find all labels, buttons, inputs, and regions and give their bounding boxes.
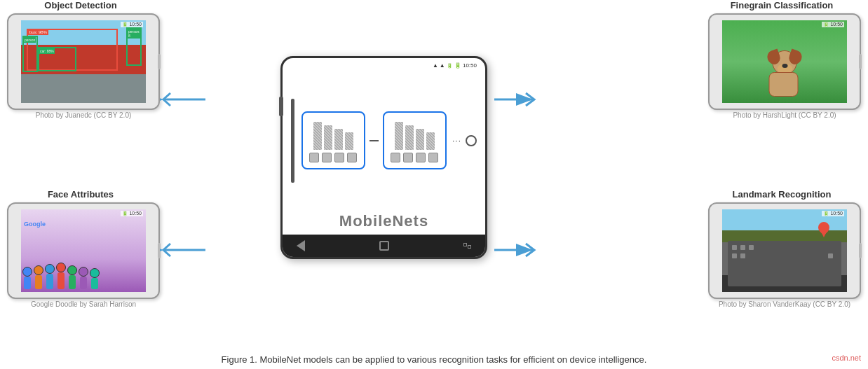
lm-power-button (859, 243, 862, 258)
landmark-section: Landmark Recognition 🔋 10:50 (708, 189, 861, 307)
object-detection-title: Object Detection (7, 0, 154, 11)
tablet-status-bar: ▲▲ 🔋 🔋 10:50 (433, 62, 477, 69)
power-button (158, 54, 161, 69)
person-left-label: person (24, 37, 36, 43)
nav-recent-btn[interactable] (463, 243, 471, 249)
lm-photo-credit: Photo by Sharon VanderKaay (CC BY 2.0) (708, 300, 861, 308)
tablet-side-button (279, 97, 283, 116)
car-label: car: 88% (39, 48, 55, 54)
dw-boxes (309, 153, 357, 162)
diagram-separator (291, 99, 294, 183)
pw-boxes (391, 153, 438, 162)
finegrain-section: Finegrain Classification 🔋 10:50 (708, 0, 861, 118)
fg-power-button (859, 54, 862, 69)
diagram-circle (466, 135, 477, 146)
finegrain-phone: 🔋 10:50 (708, 13, 861, 110)
fg-status-bar: 🔋 10:50 (822, 22, 844, 27)
face-characters (22, 263, 144, 289)
dog-silhouette (762, 47, 808, 99)
fg-photo-credit: Photo by HarshLight (CC BY 2.0) (708, 111, 861, 119)
pw-filters (395, 118, 435, 150)
od-photo-credit: Photo by Juanedc (CC BY 2.0) (7, 111, 160, 119)
person-right-box: person: 8 (126, 27, 142, 66)
main-container: Object Detection 🔋 10:50 bus: 98% (0, 0, 868, 369)
finegrain-title: Finegrain Classification (708, 0, 855, 11)
object-detection-screen: 🔋 10:50 bus: 98% person car: 88% (21, 20, 146, 103)
building (728, 241, 841, 286)
tablet-nav-bar (283, 235, 485, 257)
dw-block (301, 111, 365, 169)
bus-label: bus: 98% (28, 29, 48, 35)
pw-block (383, 111, 447, 169)
face-attributes-section: Face Attributes 🔋 10:50 (7, 189, 160, 307)
arrow-bottom-left (160, 238, 209, 263)
landmark-phone: 🔋 10:50 (708, 202, 861, 299)
fa-photo-credit: Google Doodle by Sarah Harrison (7, 300, 160, 308)
landmark-title: Landmark Recognition (708, 189, 855, 200)
landmark-screen: 🔋 10:50 (722, 209, 847, 292)
map-pin (818, 222, 829, 237)
nav-back-btn[interactable] (297, 240, 305, 251)
object-detection-section: Object Detection 🔋 10:50 bus: 98% (7, 0, 160, 118)
arrow-top-left (160, 88, 209, 112)
finegrain-screen: 🔋 10:50 (722, 20, 847, 103)
object-detection-phone: 🔋 10:50 bus: 98% person car: 88% (7, 13, 160, 110)
fa-status-bar: 🔋 10:50 (121, 211, 143, 216)
mobilenets-label: MobileNets (283, 212, 485, 230)
car-box: car: 88% (38, 47, 76, 71)
watermark: csdn.net (832, 354, 861, 362)
face-title: Face Attributes (7, 189, 154, 200)
mobilenets-diagram: ··· (291, 76, 477, 205)
lm-status-bar: 🔋 10:50 (822, 211, 844, 216)
diagram-dots: ··· (452, 136, 461, 146)
person-right-label: person: 8 (128, 29, 141, 39)
dw-filters (313, 118, 353, 150)
person-left-box: person (22, 36, 38, 72)
arrow-bottom-right (491, 238, 540, 263)
nav-home-btn[interactable] (379, 241, 389, 251)
face-phone: 🔋 10:50 (7, 202, 160, 299)
arrow-top-right (491, 88, 540, 112)
figure-caption: Figure 1. MobileNet models can be applie… (0, 354, 868, 365)
google-text: Google (24, 221, 46, 228)
block-connector (369, 140, 379, 141)
od-status-bar: 🔋 10:50 (121, 22, 143, 27)
face-screen: 🔋 10:50 (21, 209, 146, 292)
center-tablet: ▲▲ 🔋 🔋 10:50 (280, 56, 487, 259)
